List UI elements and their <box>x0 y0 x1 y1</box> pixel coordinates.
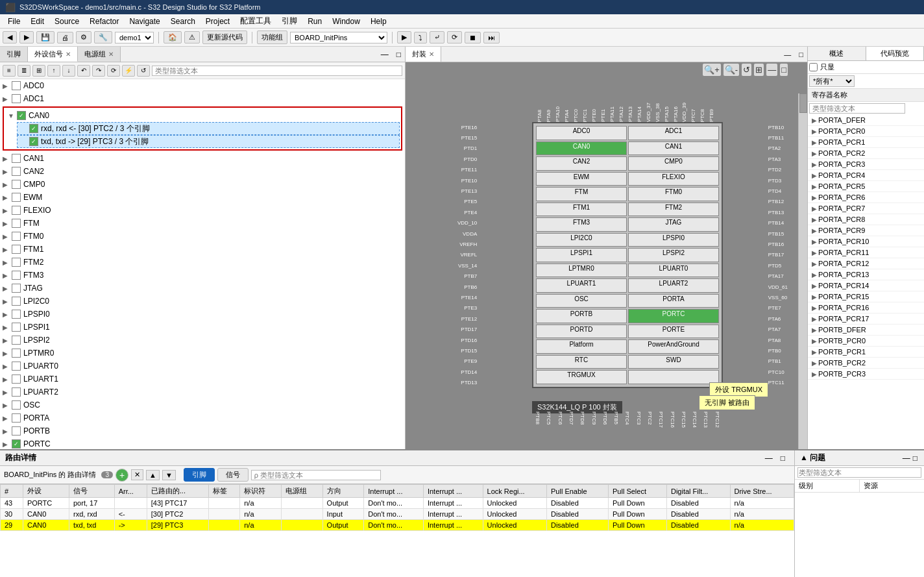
toolbar-step3[interactable]: ⟳ <box>447 31 462 43</box>
reg-porta-pcr5[interactable]: ▶ PORTA_PCR5 <box>808 181 924 192</box>
checkbox-adc1[interactable] <box>12 94 21 103</box>
peripheral-filter[interactable] <box>152 66 402 76</box>
tree-item-can1[interactable]: ▶ CAN1 <box>0 152 405 165</box>
tree-item-lpi2c0[interactable]: ▶ LPI2C0 <box>0 295 405 308</box>
function-dropdown[interactable]: BOARD_InitPins <box>290 32 387 43</box>
tab-signal-btn[interactable]: 信号 <box>217 468 249 482</box>
routing-remove-btn[interactable]: ✕ <box>131 469 143 480</box>
tree-item-osc[interactable]: ▶ OSC <box>0 399 405 411</box>
checkbox-rxd[interactable] <box>29 124 38 133</box>
block-ftm[interactable]: FTM <box>536 187 627 201</box>
tab-code-preview[interactable]: 代码预览 <box>866 47 925 60</box>
reg-porta-pcr6[interactable]: ▶ PORTA_PCR6 <box>808 192 924 203</box>
toolbar-extra2[interactable]: 🔧 <box>94 31 112 43</box>
checkbox-can0[interactable] <box>17 111 26 120</box>
reg-porta-pcr7[interactable]: ▶ PORTA_PCR7 <box>808 203 924 214</box>
checkbox-ftm3[interactable] <box>12 271 21 280</box>
toolbar-warning[interactable]: ⚠ <box>184 31 200 43</box>
toolbar-collapse-all[interactable]: ≣ <box>18 65 30 77</box>
tree-item-can0[interactable]: ▼ CAN0 <box>5 109 400 122</box>
block-ftm1[interactable]: FTM1 <box>536 203 627 217</box>
block-ewm[interactable]: EWM <box>536 172 627 186</box>
tree-item-lpuart1[interactable]: ▶ LPUART1 <box>0 373 405 386</box>
toolbar-view-toggle[interactable]: ⊞ <box>32 65 45 77</box>
checkbox-can2[interactable] <box>12 167 21 176</box>
toolbar-expand-all[interactable]: ≡ <box>3 65 16 77</box>
routing-up-btn[interactable]: ▲ <box>146 470 160 480</box>
checkbox-ewm[interactable] <box>12 193 21 202</box>
tab-schematic[interactable]: 封装 ✕ <box>406 47 441 62</box>
tree-item-porta[interactable]: ▶ PORTA <box>0 411 405 424</box>
block-portb[interactable]: PORTB <box>536 309 627 323</box>
block-porta[interactable]: PORTA <box>628 294 719 308</box>
problem-maximize[interactable]: □ <box>912 452 919 464</box>
block-ftm3[interactable]: FTM3 <box>536 217 627 232</box>
tree-item-can2[interactable]: ▶ CAN2 <box>0 165 405 178</box>
tree-item-adc0[interactable]: ▶ ADC0 <box>0 79 405 92</box>
reg-portb-pcr2[interactable]: ▶ PORTB_PCR2 <box>808 358 924 369</box>
toolbar-save[interactable]: 💾 <box>36 31 55 43</box>
tree-item-can0-txd[interactable]: txd, txd -> [29] PTC3 / 3 个引脚 <box>17 135 400 148</box>
reg-porta-pcr11[interactable]: ▶ PORTA_PCR11 <box>808 247 924 258</box>
tree-item-can0-rxd[interactable]: rxd, rxd <- [30] PTC2 / 3 个引脚 <box>17 122 400 135</box>
block-lpspi0[interactable]: LPSPI0 <box>628 233 719 247</box>
tree-item-ewm[interactable]: ▶ EWM <box>0 191 405 204</box>
panel-minimize[interactable]: — <box>377 49 393 60</box>
tree-item-ftm2[interactable]: ▶ FTM2 <box>0 256 405 269</box>
tree-item-lptmr0[interactable]: ▶ LPTMR0 <box>0 347 405 360</box>
reg-porta-pcr16[interactable]: ▶ PORTA_PCR16 <box>808 302 924 313</box>
reg-porta-dfer[interactable]: ▶ PORTA_DFER <box>808 115 924 126</box>
menu-pins[interactable]: 引脚 <box>276 14 302 28</box>
zoom-extra[interactable]: ⊞ <box>754 64 764 76</box>
reg-portb-pcr1[interactable]: ▶ PORTB_PCR1 <box>808 347 924 358</box>
tree-item-jtag[interactable]: ▶ JTAG <box>0 282 405 295</box>
toolbar-forward[interactable]: ▶ <box>19 31 34 43</box>
panel-maximize[interactable]: □ <box>393 49 405 60</box>
checkbox-txd[interactable] <box>29 137 38 146</box>
toolbar-step5[interactable]: ⏭ <box>483 32 500 43</box>
block-can0[interactable]: CAN0 <box>536 141 627 156</box>
tab-pins[interactable]: 引脚 <box>0 47 28 62</box>
menu-run[interactable]: Run <box>302 16 327 27</box>
checkbox-cmp0[interactable] <box>12 180 21 189</box>
zoom-extra3[interactable]: □ <box>780 64 788 76</box>
reg-porta-pcr15[interactable]: ▶ PORTA_PCR15 <box>808 291 924 302</box>
reg-porta-pcr4[interactable]: ▶ PORTA_PCR4 <box>808 170 924 181</box>
toolbar-func-group[interactable]: 功能组 <box>257 31 287 44</box>
block-jtag[interactable]: JTAG <box>628 217 719 232</box>
block-lptmr0[interactable]: LPTMR0 <box>536 264 627 278</box>
block-portd[interactable]: PORTD <box>536 325 627 339</box>
block-powerground[interactable]: PowerAndGround <box>628 339 719 354</box>
reg-porta-pcr2[interactable]: ▶ PORTA_PCR2 <box>808 148 924 159</box>
tree-item-ftm1[interactable]: ▶ FTM1 <box>0 243 405 256</box>
reg-porta-pcr3[interactable]: ▶ PORTA_PCR3 <box>808 159 924 170</box>
checkbox-adc0[interactable] <box>12 81 21 90</box>
tab-overview[interactable]: 概述 <box>808 47 866 60</box>
schematic-minimize[interactable]: — <box>780 49 795 60</box>
menu-navigate[interactable]: Navigate <box>124 16 165 27</box>
block-ftm2[interactable]: FTM2 <box>628 203 719 217</box>
tree-item-flexio[interactable]: ▶ FLEXIO <box>0 204 405 217</box>
routing-filter-input[interactable] <box>251 470 381 480</box>
block-osc[interactable]: OSC <box>536 294 627 308</box>
reg-porta-pcr1[interactable]: ▶ PORTA_PCR1 <box>808 137 924 148</box>
tree-item-portc[interactable]: ▶ PORTC <box>0 437 405 449</box>
tab-power[interactable]: 电源组 ✕ <box>78 47 121 62</box>
checkbox-jtag[interactable] <box>12 284 21 293</box>
menu-edit[interactable]: Edit <box>25 16 49 27</box>
menu-window[interactable]: Window <box>327 16 365 27</box>
zoom-in-btn[interactable]: 🔍+ <box>703 64 721 76</box>
table-row-43[interactable]: 43 PORTC port, 17 [43] PTC17 n/a Output … <box>1 498 794 509</box>
toolbar-refresh3[interactable]: ⟳ <box>107 65 120 77</box>
block-trgmux[interactable]: TRGMUX <box>536 370 627 384</box>
checkbox-lptmr0[interactable] <box>12 349 21 358</box>
sidebar-filter-select[interactable]: *所有* <box>809 75 855 87</box>
tree-item-lpspi1[interactable]: ▶ LPSPI1 <box>0 321 405 334</box>
vertical-scrollbar[interactable] <box>798 93 807 449</box>
block-platform[interactable]: Platform <box>536 339 627 354</box>
block-adc1[interactable]: ADC1 <box>628 126 719 140</box>
zoom-extra2[interactable]: — <box>766 64 777 76</box>
toolbar-back[interactable]: ◀ <box>3 31 17 43</box>
tab-pins-btn[interactable]: 引脚 <box>184 468 215 482</box>
tree-item-portb[interactable]: ▶ PORTB <box>0 424 405 437</box>
